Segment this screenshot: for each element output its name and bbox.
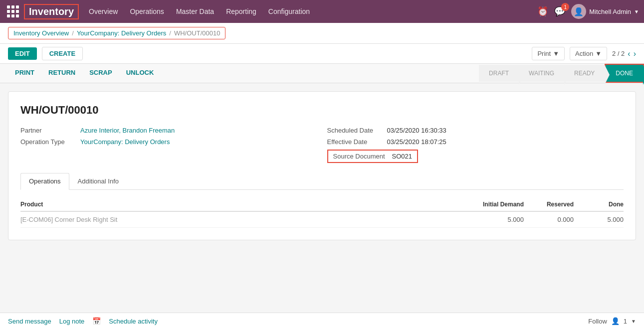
table-header: Product Initial Demand Reserved Done bbox=[20, 198, 624, 212]
avatar: 👤 bbox=[571, 4, 586, 19]
menu-reporting[interactable]: Reporting bbox=[226, 7, 256, 15]
pagination: 2 / 2 ‹ › bbox=[612, 49, 636, 58]
form-card: WH/OUT/00010 Partner Azure Interior, Bra… bbox=[8, 91, 636, 240]
form-right: Scheduled Date 03/25/2020 16:30:33 Effec… bbox=[327, 127, 624, 163]
prev-page-button[interactable]: ‹ bbox=[628, 49, 630, 58]
form-fields: Partner Azure Interior, Brandon Freeman … bbox=[20, 127, 624, 163]
step-ready[interactable]: READY bbox=[564, 65, 605, 82]
unlock-action[interactable]: UNLOCK bbox=[119, 64, 161, 83]
create-button[interactable]: CREATE bbox=[42, 47, 83, 60]
effective-date-label: Effective Date bbox=[327, 138, 382, 146]
action-button[interactable]: Action ▼ bbox=[570, 47, 607, 60]
main-content: WH/OUT/00010 Partner Azure Interior, Bra… bbox=[0, 83, 644, 248]
scheduled-date-row: Scheduled Date 03/25/2020 16:30:33 bbox=[327, 127, 624, 134]
breadcrumb-inventory-overview[interactable]: Inventory Overview bbox=[13, 29, 69, 37]
user-name: Mitchell Admin bbox=[589, 8, 631, 15]
step-draft[interactable]: DRAFT bbox=[479, 65, 519, 82]
source-doc-row: Source Document SO021 bbox=[327, 150, 624, 163]
scrap-action[interactable]: SCRAP bbox=[82, 64, 119, 83]
tab-additional-info[interactable]: Additional Info bbox=[69, 173, 127, 189]
operations-table: Product Initial Demand Reserved Done [E-… bbox=[20, 198, 624, 228]
step-done[interactable]: DONE bbox=[605, 64, 644, 83]
col-reserved: Reserved bbox=[524, 201, 574, 208]
clock-icon[interactable]: ⏰ bbox=[537, 6, 548, 17]
breadcrumb-bar: Inventory Overview / YourCompany: Delive… bbox=[0, 23, 644, 44]
col-product: Product bbox=[20, 201, 464, 208]
brand-logo[interactable]: Inventory bbox=[24, 4, 79, 19]
status-steps: DRAFT WAITING READY DONE bbox=[479, 64, 644, 83]
status-bar: PRINT RETURN SCRAP UNLOCK DRAFT WAITING … bbox=[0, 64, 644, 83]
topnav-right-section: ⏰ 💬 1 👤 Mitchell Admin ▼ bbox=[537, 4, 639, 19]
user-dropdown-icon: ▼ bbox=[634, 9, 639, 14]
top-menu: Overview Operations Master Data Reportin… bbox=[89, 7, 537, 15]
scheduled-date-value: 03/25/2020 16:30:33 bbox=[387, 127, 446, 134]
partner-value[interactable]: Azure Interior, Brandon Freeman bbox=[80, 127, 175, 134]
form-left: Partner Azure Interior, Brandon Freeman … bbox=[20, 127, 317, 163]
operation-type-value[interactable]: YourCompany: Delivery Orders bbox=[80, 138, 170, 146]
row-product: [E-COM06] Corner Desk Right Sit bbox=[20, 216, 464, 223]
next-page-button[interactable]: › bbox=[634, 49, 636, 58]
print-action[interactable]: PRINT bbox=[8, 64, 41, 83]
row-initial-demand: 5.000 bbox=[464, 216, 524, 223]
source-doc-value: SO021 bbox=[392, 153, 412, 160]
edit-button[interactable]: EDIT bbox=[8, 47, 37, 60]
col-initial-demand: Initial Demand bbox=[464, 201, 524, 208]
scheduled-date-label: Scheduled Date bbox=[327, 127, 382, 134]
tabs: Operations Additional Info bbox=[20, 173, 624, 190]
print-label: Print bbox=[537, 50, 551, 57]
effective-date-value: 03/25/2020 18:07:25 bbox=[387, 138, 446, 146]
breadcrumb-sep-2: / bbox=[169, 29, 171, 37]
tab-operations[interactable]: Operations bbox=[20, 173, 69, 190]
breadcrumb-delivery-orders[interactable]: YourCompany: Delivery Orders bbox=[77, 29, 166, 37]
source-doc-box: Source Document SO021 bbox=[327, 150, 419, 163]
action-label: Action bbox=[575, 50, 593, 57]
pagination-count: 2 / 2 bbox=[612, 50, 625, 57]
row-done: 5.000 bbox=[574, 216, 624, 223]
return-action[interactable]: RETURN bbox=[41, 64, 82, 83]
partner-row: Partner Azure Interior, Brandon Freeman bbox=[20, 127, 317, 134]
operation-type-row: Operation Type YourCompany: Delivery Ord… bbox=[20, 138, 317, 146]
print-dropdown-icon: ▼ bbox=[553, 50, 559, 57]
top-navigation: Inventory Overview Operations Master Dat… bbox=[0, 0, 644, 23]
form-title: WH/OUT/00010 bbox=[20, 104, 624, 117]
print-button[interactable]: Print ▼ bbox=[532, 47, 565, 60]
menu-configuration[interactable]: Configuration bbox=[268, 7, 310, 15]
partner-label: Partner bbox=[20, 127, 75, 134]
chat-badge-count: 1 bbox=[561, 3, 569, 11]
step-waiting[interactable]: WAITING bbox=[519, 65, 564, 82]
chat-icon[interactable]: 💬 1 bbox=[554, 6, 565, 17]
action-dropdown-icon: ▼ bbox=[595, 50, 602, 57]
breadcrumb: Inventory Overview / YourCompany: Delive… bbox=[8, 27, 225, 39]
menu-overview[interactable]: Overview bbox=[89, 7, 118, 15]
menu-master-data[interactable]: Master Data bbox=[176, 7, 214, 15]
action-bar: EDIT CREATE Print ▼ Action ▼ 2 / 2 ‹ › bbox=[0, 44, 644, 64]
menu-operations[interactable]: Operations bbox=[130, 7, 164, 15]
apps-menu-button[interactable] bbox=[5, 3, 21, 19]
effective-date-row: Effective Date 03/25/2020 18:07:25 bbox=[327, 138, 624, 146]
breadcrumb-current: WH/OUT/00010 bbox=[174, 29, 220, 37]
col-done: Done bbox=[574, 201, 624, 208]
source-doc-label: Source Document bbox=[333, 153, 385, 160]
operation-type-label: Operation Type bbox=[20, 138, 75, 146]
table-row[interactable]: [E-COM06] Corner Desk Right Sit 5.000 0.… bbox=[20, 212, 624, 228]
row-reserved: 0.000 bbox=[524, 216, 574, 223]
user-menu[interactable]: 👤 Mitchell Admin ▼ bbox=[571, 4, 639, 19]
breadcrumb-sep-1: / bbox=[72, 29, 74, 37]
